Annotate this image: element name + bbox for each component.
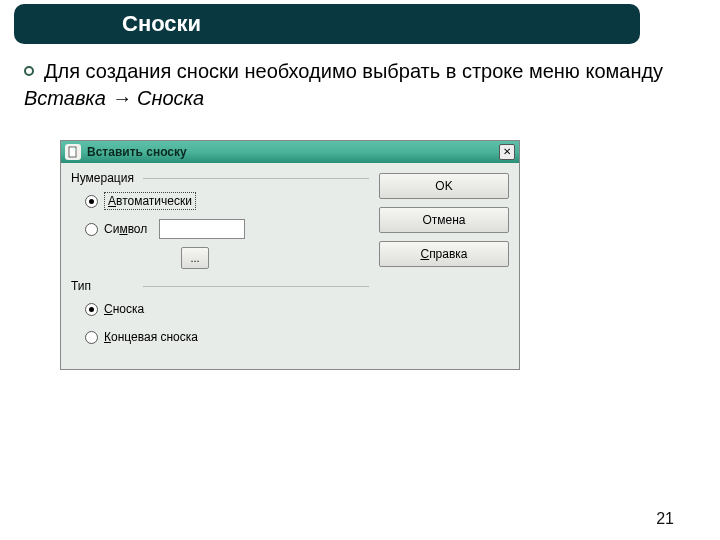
radio-icon [85, 223, 98, 236]
body-arrow: → [106, 87, 137, 109]
cancel-button[interactable]: Отмена [379, 207, 509, 233]
symbol-input[interactable] [159, 219, 245, 239]
radio-icon [85, 303, 98, 316]
dialog-titlebar: Вставить сноску ✕ [61, 141, 519, 163]
radio-icon [85, 331, 98, 344]
document-icon [65, 144, 81, 160]
close-icon[interactable]: ✕ [499, 144, 515, 160]
slide-title: Сноски [122, 11, 201, 37]
body-item: Сноска [137, 87, 204, 109]
type-group-label: Тип [71, 279, 369, 293]
dialog-title: Вставить сноску [87, 145, 493, 159]
numbering-group-label: Нумерация [71, 171, 369, 185]
radio-endnote[interactable]: Концевая сноска [85, 327, 369, 347]
help-button[interactable]: Справка [379, 241, 509, 267]
radio-automatic[interactable]: Автоматически [85, 191, 369, 211]
dialog-left-panel: Нумерация Автоматически Символ ... Тип С… [71, 171, 369, 355]
radio-icon [85, 195, 98, 208]
dialog-right-panel: OK Отмена Справка [379, 171, 509, 355]
insert-footnote-dialog: Вставить сноску ✕ Нумерация Автоматическ… [60, 140, 520, 370]
ok-button[interactable]: OK [379, 173, 509, 199]
page-number: 21 [656, 510, 674, 528]
radio-symbol-label: Символ [104, 222, 147, 236]
radio-footnote-label: Сноска [104, 302, 144, 316]
radio-footnote[interactable]: Сноска [85, 299, 369, 319]
slide-title-bar: Сноски [14, 4, 640, 44]
bullet-icon [24, 66, 34, 76]
radio-automatic-label: Автоматически [104, 192, 196, 210]
dialog-body: Нумерация Автоматически Символ ... Тип С… [61, 163, 519, 369]
body-prefix: Для создания сноски необходимо выбрать в… [44, 60, 663, 82]
slide-body: Для создания сноски необходимо выбрать в… [24, 58, 680, 112]
radio-symbol[interactable]: Символ [85, 219, 369, 239]
radio-endnote-label: Концевая сноска [104, 330, 198, 344]
browse-symbol-button[interactable]: ... [181, 247, 209, 269]
body-menu: Вставка [24, 87, 106, 109]
svg-rect-0 [69, 147, 76, 157]
